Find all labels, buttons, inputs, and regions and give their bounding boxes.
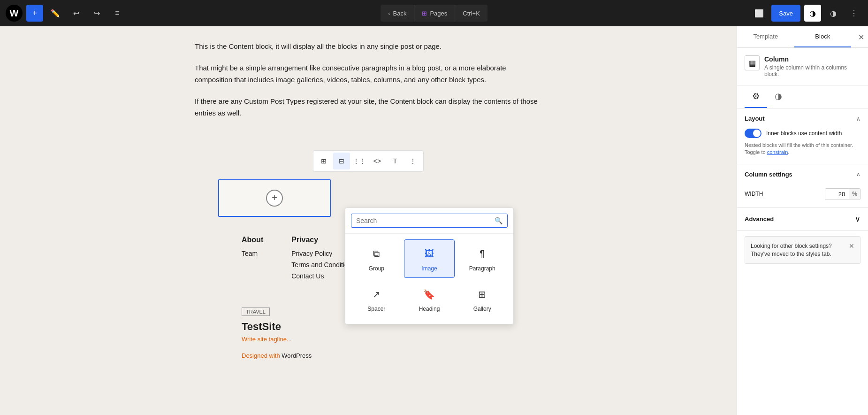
block-item-spacer[interactable]: ↗ Spacer [351,280,402,318]
layout-chevron-icon: ∧ [856,115,860,122]
view-button[interactable]: ⬜ [751,5,768,22]
col-type-btn[interactable]: T [387,153,404,169]
canvas: This is the Content block, it will displ… [0,26,737,415]
toggle-row: Inner blocks use content width [745,129,860,138]
content-area: This is the Content block, it will displ… [157,26,579,143]
right-panel: Template Block ✕ ▦ Column A single colum… [737,26,868,415]
site-tagline[interactable]: Write site tagline... [242,336,533,343]
panel-tabs: Template Block ✕ [737,26,868,48]
pages-label: Pages [430,10,447,17]
more-options-button[interactable]: ⋮ [845,5,862,22]
image-icon: 🖼 [421,246,438,262]
block-item-spacer-label: Spacer [367,306,385,312]
wp-logo: W [6,5,23,22]
column-settings-section: Column settings ∧ WIDTH % [737,164,868,208]
toggle-knob [753,130,761,137]
column-settings-header[interactable]: Column settings ∧ [737,164,868,184]
block-item-image[interactable]: 🖼 Image [404,239,455,278]
tools-button[interactable]: ✏️ [47,5,64,22]
block-item-gallery-label: Gallery [473,306,491,312]
col-drag-btn[interactable]: ⋮⋮ [351,153,368,169]
block-item-gallery[interactable]: ⊞ Gallery [457,280,508,318]
column-settings-title: Column settings [745,171,792,178]
col-code-btn[interactable]: <> [369,153,386,169]
pages-button[interactable]: ⊞ Pages [414,5,455,22]
paragraph-icon: ¶ [474,246,491,262]
width-input-group: % [825,188,860,200]
shortcut-display: Ctrl+K [455,5,487,22]
column-toolbar: ⊞ ⊟ ⋮⋮ <> T ⋮ [313,150,424,172]
block-info-text: Column A single column within a columns … [764,55,860,77]
block-item-paragraph-label: Paragraph [469,265,495,272]
block-item-paragraph[interactable]: ¶ Paragraph [457,239,508,278]
block-info: ▦ Column A single column within a column… [737,48,868,85]
width-input[interactable] [825,189,849,200]
block-icon-box: ▦ [745,55,760,70]
block-item-heading[interactable]: 🔖 Heading [404,280,455,318]
wordpress-link[interactable]: WordPress [282,352,312,359]
topbar-center: ‹ Back ⊞ Pages Ctrl+K [381,5,487,22]
layout-section-content: Inner blocks use content width Nested bl… [737,129,868,164]
advanced-label: Advanced [745,215,774,223]
back-label: Back [393,10,407,17]
notification-text: Looking for other block settings? They'v… [751,242,845,258]
block-search-area: 🔍 [345,208,513,234]
block-item-heading-label: Heading [419,306,440,312]
designed-by: Designed with WordPress [242,352,533,359]
notification-close-button[interactable]: ✕ [849,242,854,250]
footer-about-col: About Team [242,236,263,284]
toggle-label: Inner blocks use content width [766,130,842,137]
main-layout: This is the Content block, it will displ… [0,26,868,415]
col-more-btn[interactable]: ⋮ [404,153,421,169]
shortcut-label: Ctrl+K [463,10,480,17]
width-row: WIDTH % [745,188,860,200]
settings-button[interactable]: ◑ [825,5,842,22]
block-item-group[interactable]: ⧉ Group [351,239,402,278]
notification-banner: Looking for other block settings? They'v… [745,236,860,264]
save-button[interactable]: Save [771,5,800,22]
layout-title: Layout [745,115,765,122]
topbar: W + ✏️ ↩ ↪ ≡ ‹ Back ⊞ Pages Ctrl+K ⬜ Sav… [0,0,868,26]
width-unit: % [849,189,860,199]
settings-tab-styles[interactable]: ◑ [767,85,790,108]
about-team-link[interactable]: Team [242,250,263,257]
pages-icon: ⊞ [422,10,427,17]
content-para-1: This is the Content block, it will displ… [195,40,542,53]
undo-button[interactable]: ↩ [68,5,84,22]
tab-block[interactable]: Block [794,26,852,47]
back-button[interactable]: ‹ Back [381,5,414,22]
width-label: WIDTH [745,191,763,197]
col-layout-1-btn[interactable]: ⊞ [315,153,332,169]
back-icon: ‹ [388,10,390,17]
block-desc: A single column within a columns block. [764,64,860,77]
block-item-image-label: Image [421,265,437,272]
layout-section: Layout ∧ Inner blocks use content width … [737,108,868,164]
advanced-section-header[interactable]: Advanced ∨ [737,208,868,230]
block-title: Column [764,55,860,63]
style-toggle-button[interactable]: ◑ [804,5,821,22]
menu-button[interactable]: ≡ [109,5,126,22]
block-item-group-label: Group [369,265,384,272]
inner-blocks-toggle[interactable] [745,129,761,138]
layout-section-header[interactable]: Layout ∧ [737,108,868,129]
column-settings-chevron-icon: ∧ [856,171,860,177]
left-column-block[interactable]: + [218,179,331,217]
search-box: 🔍 [351,214,508,228]
travel-label: TRAVEL [242,307,270,316]
topbar-right: ⬜ Save ◑ ◑ ⋮ [751,5,862,22]
block-inserter-popup: 🔍 ⧉ Group 🖼 Image ¶ [345,208,514,324]
about-title: About [242,236,263,244]
col-layout-2-btn[interactable]: ⊟ [333,153,350,169]
advanced-section: Advanced ∨ [737,208,868,231]
settings-tab-gear[interactable]: ⚙ [745,85,767,108]
tab-template[interactable]: Template [737,26,794,47]
search-input[interactable] [356,217,491,224]
panel-close-button[interactable]: ✕ [858,32,864,41]
add-block-button[interactable]: + [26,5,43,22]
add-block-inner-button[interactable]: + [266,190,283,207]
spacer-icon: ↗ [368,286,385,303]
group-icon: ⧉ [368,246,385,262]
constrain-link[interactable]: constrain [767,149,788,155]
block-grid: ⧉ Group 🖼 Image ¶ Paragraph ↗ [345,234,513,324]
redo-button[interactable]: ↪ [88,5,105,22]
